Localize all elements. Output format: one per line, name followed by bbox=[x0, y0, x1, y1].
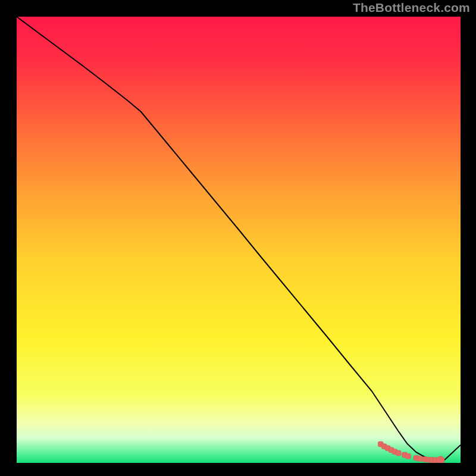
watermark-label: TheBottleneck.com bbox=[353, 1, 470, 14]
sample-marker bbox=[396, 450, 401, 456]
end-marker bbox=[437, 456, 444, 464]
chart-container: TheBottleneck.com bbox=[0, 0, 476, 476]
sample-marker bbox=[406, 453, 411, 459]
sample-marker bbox=[417, 456, 422, 461]
bottleneck-chart bbox=[0, 0, 476, 476]
plot-background bbox=[17, 17, 461, 463]
